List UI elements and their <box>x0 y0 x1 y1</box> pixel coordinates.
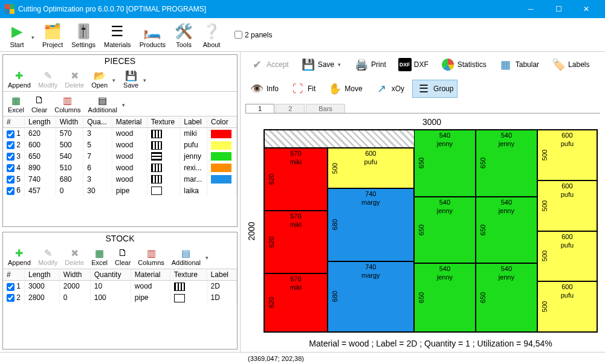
cut-piece[interactable]: 740margy680 <box>328 261 414 332</box>
materials-label: Materials <box>104 41 131 48</box>
stock-table: # Length Width Quantity Material Texture… <box>3 269 237 304</box>
cut-piece[interactable]: 540jenny650 <box>414 197 476 264</box>
row-check[interactable] <box>7 164 15 172</box>
table-row[interactable]: 1 3000200010wood 2D <box>3 281 237 292</box>
save-button[interactable]: 💾Save <box>121 68 141 90</box>
cut-piece[interactable]: 540jenny650 <box>476 263 537 332</box>
folder-open-icon: 📂 <box>94 69 106 81</box>
cut-piece[interactable]: 570miki620 <box>264 273 328 332</box>
append-button[interactable]: ✚Append <box>5 246 33 267</box>
modify-button[interactable]: ✎Modify <box>36 246 60 267</box>
stack-icon: ☰ <box>416 81 431 96</box>
cut-piece[interactable]: 600pufu500 <box>537 180 597 231</box>
delete-button[interactable]: ✖Delete <box>62 246 86 267</box>
print-button[interactable]: 🖨️Print <box>350 56 390 74</box>
stock-title: STOCK <box>3 232 237 244</box>
clear-icon: 🗋 <box>117 247 129 259</box>
materials-button[interactable]: ☰ Materials <box>100 21 135 49</box>
tab-bars[interactable]: Bars <box>306 104 345 113</box>
cutting-diagram: 3000 2000 570miki620570miki620570miki620… <box>245 117 600 351</box>
about-button[interactable]: ❔ About <box>198 21 225 49</box>
cut-piece[interactable]: 570miki620 <box>264 211 328 273</box>
axis-height: 2000 <box>245 129 257 333</box>
cut-piece[interactable]: 600pufu500 <box>537 281 597 332</box>
additional-dropdown[interactable]: ▾ <box>205 252 212 261</box>
cut-piece[interactable]: 740margy680 <box>328 188 414 261</box>
tab-2[interactable]: 2 <box>276 104 305 113</box>
minimize-button[interactable]: ─ <box>517 0 545 18</box>
additional-button[interactable]: ▤Additional <box>169 246 203 267</box>
group-button[interactable]: ☰Group <box>412 80 458 98</box>
table-row[interactable]: 3 6505407wood jenny <box>3 151 237 162</box>
cut-piece[interactable]: 600pufu500 <box>537 231 597 282</box>
row-check[interactable] <box>7 283 15 291</box>
row-check[interactable] <box>7 130 15 138</box>
save-dropdown[interactable]: ▾ <box>143 75 149 83</box>
table-row[interactable]: 1 6205703wood miki <box>3 128 237 139</box>
delete-button[interactable]: ✖Delete <box>62 68 86 90</box>
plus-icon: ✚ <box>13 69 25 81</box>
move-button[interactable]: ✋Move <box>323 80 366 98</box>
fit-button[interactable]: ⛶Fit <box>286 80 320 98</box>
main-toolbar: ▶ Start ▾ 🗂️ Project 🎚️ Settings ☰ Mater… <box>0 18 605 52</box>
open-button[interactable]: 📂Open <box>89 68 110 90</box>
table-row[interactable]: 2 28000100pipe 1D <box>3 292 237 304</box>
modify-button[interactable]: ✎Modify <box>36 68 60 90</box>
tools-button[interactable]: 🛠️ Tools <box>170 21 197 49</box>
info-button[interactable]: 👁️Info <box>245 80 283 98</box>
settings-button[interactable]: 🎚️ Settings <box>68 21 99 49</box>
pieces-table: # Length Width Qua... Material Texture L… <box>3 117 237 196</box>
result-toolbar: ✔Accept 💾Save▾ 🖨️Print DXFDXF Statistics… <box>241 52 605 101</box>
excel-button[interactable]: ▦Excel <box>89 246 110 267</box>
maximize-button[interactable]: ☐ <box>545 0 572 18</box>
row-check[interactable] <box>7 141 15 149</box>
accept-button[interactable]: ✔Accept <box>245 56 293 74</box>
two-panels-input[interactable] <box>235 31 242 39</box>
right-pane: ✔Accept 💾Save▾ 🖨️Print DXFDXF Statistics… <box>241 52 605 352</box>
cut-piece[interactable]: 570miki620 <box>264 148 328 211</box>
row-check[interactable] <box>7 153 15 161</box>
clear-button[interactable]: 🗋Clear <box>112 246 133 267</box>
products-label: Products <box>140 41 166 48</box>
columns-button[interactable]: ▥Columns <box>52 93 83 115</box>
additional-button[interactable]: ▤Additional <box>86 93 120 115</box>
x-icon: ✖ <box>68 247 80 259</box>
table-row[interactable]: 5 7406803wood mar... <box>3 173 237 185</box>
xoy-button[interactable]: ↗xOy <box>370 80 409 98</box>
products-button[interactable]: 🛏️ Products <box>136 21 169 49</box>
dxf-button[interactable]: DXFDXF <box>394 56 433 73</box>
columns-button[interactable]: ▥Columns <box>135 246 166 267</box>
cut-piece[interactable]: 540jenny650 <box>414 263 476 332</box>
open-dropdown[interactable]: ▾ <box>112 75 118 83</box>
cut-piece[interactable]: 540jenny650 <box>476 130 537 197</box>
labels-button[interactable]: 🏷️Labels <box>547 56 594 74</box>
append-button[interactable]: ✚Append <box>5 68 33 90</box>
clear-button[interactable]: 🗋Clear <box>29 93 50 115</box>
save-dropdown[interactable]: ▾ <box>337 62 342 68</box>
table-row[interactable]: 4 8905106wood rexi... <box>3 162 237 173</box>
additional-dropdown[interactable]: ▾ <box>122 100 128 108</box>
tabular-button[interactable]: ▦Tabular <box>494 56 543 74</box>
save-result-button[interactable]: 💾Save▾ <box>297 56 346 74</box>
project-button[interactable]: 🗂️ Project <box>39 21 66 49</box>
table-row[interactable]: 6 457030pipe laika <box>3 185 237 196</box>
tab-1[interactable]: 1 <box>245 104 274 113</box>
excel-button[interactable]: ▦Excel <box>5 93 27 115</box>
cut-piece[interactable]: 540jenny650 <box>476 197 537 264</box>
row-check[interactable] <box>7 176 15 184</box>
cut-piece[interactable]: 540jenny650 <box>414 130 476 197</box>
statistics-button[interactable]: Statistics <box>436 56 491 74</box>
cut-piece[interactable]: 600pufu500 <box>328 148 414 188</box>
start-button[interactable]: ▶ Start <box>4 21 30 49</box>
table-row[interactable]: 2 6005005wood pufu <box>3 139 237 151</box>
two-panels-checkbox[interactable]: 2 panels <box>235 31 272 39</box>
start-dropdown[interactable]: ▾ <box>31 30 37 40</box>
sheet[interactable]: 570miki620570miki620570miki620600pufu500… <box>264 129 598 333</box>
row-check[interactable] <box>7 187 15 195</box>
row-check[interactable] <box>7 294 15 302</box>
save-icon: 💾 <box>125 69 137 81</box>
additional-icon: ▤ <box>97 94 109 106</box>
edit-icon: ✎ <box>42 69 54 81</box>
close-button[interactable]: ✕ <box>572 0 600 18</box>
cut-piece[interactable]: 600pufu500 <box>537 130 597 180</box>
